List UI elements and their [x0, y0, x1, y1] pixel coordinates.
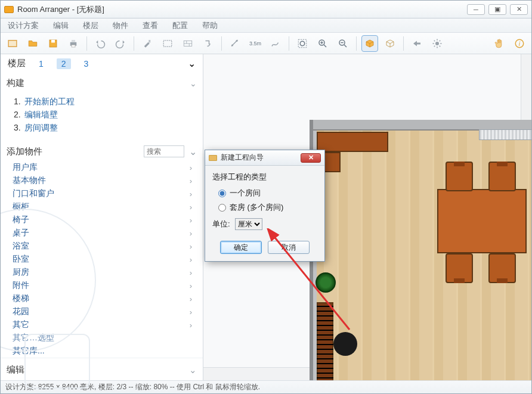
hand-icon[interactable] — [491, 35, 508, 52]
cat-basic[interactable]: 基本物件› — [1, 174, 200, 187]
edit-label: 编辑 — [7, 364, 24, 376]
step-1[interactable]: 1.开始新的工程 — [14, 95, 194, 108]
cat-bath[interactable]: 浴室› — [1, 240, 200, 253]
chevron-down-icon: ⌄ — [190, 79, 197, 88]
dialog-group-title: 选择工程的类型 — [212, 172, 317, 182]
save-icon[interactable] — [45, 35, 61, 52]
cat-doorwindow[interactable]: 门口和窗户› — [1, 187, 200, 200]
svg-rect-8 — [163, 40, 172, 46]
zoom-out-icon[interactable] — [335, 35, 351, 52]
cat-acc[interactable]: 附件› — [1, 279, 200, 292]
new-icon[interactable] — [4, 35, 21, 52]
maximize-button[interactable]: ▣ — [488, 4, 506, 15]
search-input[interactable] — [144, 145, 184, 157]
open-icon[interactable] — [24, 35, 41, 52]
undo-icon[interactable] — [92, 35, 109, 52]
dialog-icon — [209, 155, 217, 161]
floor-2[interactable]: 2 — [57, 58, 71, 69]
cat-garden[interactable]: 花园› — [1, 305, 200, 318]
paint-icon[interactable] — [139, 35, 156, 52]
svg-line-31 — [440, 40, 441, 41]
main-toolbar: 3.5m i — [1, 33, 531, 54]
cat-otherlib[interactable]: 其它库... — [1, 345, 200, 358]
cat-cabinet[interactable]: 橱柜› — [1, 200, 200, 213]
cat-table[interactable]: 桌子› — [1, 227, 200, 240]
menu-help[interactable]: 帮助 — [199, 19, 221, 32]
room-floorplan[interactable] — [310, 120, 531, 380]
step-3[interactable]: 3.房间调整 — [14, 122, 194, 135]
view3d-alt-icon[interactable] — [382, 35, 398, 52]
brick-icon[interactable] — [180, 35, 196, 52]
dialog-close-button[interactable]: ✕ — [301, 153, 321, 163]
statusbar: 设计方案: 8255 × 8400 毫米, 楼层: 2/3 -- 缩放: 80%… — [1, 380, 531, 393]
menu-view[interactable]: 查看 — [139, 19, 162, 32]
wall-icon[interactable] — [159, 35, 176, 52]
svg-point-13 — [231, 44, 233, 46]
export-icon[interactable] — [409, 35, 425, 52]
zoom-in-icon[interactable] — [314, 35, 331, 52]
edit-header[interactable]: 编辑 ⌄ — [1, 358, 203, 379]
info-icon[interactable]: i — [511, 35, 528, 52]
build-header[interactable]: 构建 ⌄ — [1, 73, 203, 93]
add-objects-header[interactable]: 添加物件 ⌄ — [1, 141, 203, 161]
svg-rect-15 — [298, 39, 307, 48]
menu-design[interactable]: 设计方案 — [4, 19, 42, 32]
print-icon[interactable] — [65, 35, 82, 52]
chevron-down-icon: ⌄ — [189, 146, 197, 157]
draw-icon[interactable] — [267, 35, 284, 52]
svg-line-22 — [344, 45, 347, 47]
zoom-fit-icon[interactable] — [294, 35, 311, 52]
cat-other2[interactable]: 其它…选型 — [1, 331, 200, 345]
svg-line-30 — [440, 45, 441, 46]
redo-icon[interactable] — [112, 35, 129, 52]
menu-config[interactable]: 配置 — [169, 19, 191, 32]
chevron-down-icon[interactable]: ⌄ — [188, 58, 196, 69]
close-button[interactable]: ✕ — [510, 4, 528, 15]
measure-icon[interactable] — [227, 35, 243, 52]
menubar: 设计方案 编辑 楼层 物件 查看 配置 帮助 — [1, 18, 531, 33]
ok-button[interactable]: 确定 — [220, 241, 262, 254]
svg-line-29 — [434, 40, 435, 41]
view3d-icon[interactable] — [361, 35, 378, 52]
svg-line-32 — [434, 45, 435, 46]
side-panel: 楼层 1 2 3 ⌄ 构建 ⌄ 1.开始新的工程 2.编辑墙壁 3.房间调整 添… — [1, 54, 203, 380]
status-text: 设计方案: 8255 × 8400 毫米, 楼层: 2/3 -- 缩放: 80%… — [5, 382, 260, 392]
rotate-icon[interactable] — [200, 35, 216, 52]
cat-chair[interactable]: 椅子› — [1, 213, 200, 227]
radio-suite[interactable]: 套房 (多个房间) — [212, 200, 317, 215]
minimize-button[interactable]: ─ — [467, 4, 485, 15]
cat-userlib[interactable]: 用户库› — [1, 161, 200, 174]
cat-bedroom[interactable]: 卧室› — [1, 253, 200, 266]
menu-object[interactable]: 物件 — [109, 19, 132, 32]
dialog-title: 新建工程向导 — [221, 153, 264, 163]
svg-point-16 — [300, 41, 305, 46]
menu-floor[interactable]: 楼层 — [79, 19, 102, 32]
dialog-titlebar[interactable]: 新建工程向导 ✕ — [205, 150, 324, 166]
radio-one-room[interactable]: 一个房间 — [212, 186, 317, 200]
svg-rect-5 — [72, 40, 75, 42]
svg-rect-7 — [149, 40, 150, 43]
cat-kitchen[interactable]: 厨房› — [1, 266, 200, 279]
menu-edit[interactable]: 编辑 — [50, 19, 72, 32]
cat-other[interactable]: 其它› — [1, 318, 200, 331]
unit-select[interactable]: 厘米 — [235, 218, 262, 230]
category-list: 用户库› 基本物件› 门口和窗户› 橱柜› 椅子› 桌子› 浴室› 卧室› 厨房… — [1, 161, 203, 358]
new-project-wizard-dialog: 新建工程向导 ✕ 选择工程的类型 一个房间 套房 (多个房间) 单位: 厘米 确… — [205, 150, 325, 262]
floor-3[interactable]: 3 — [79, 58, 94, 69]
chevron-down-icon: ⌄ — [189, 365, 197, 376]
add-label: 添加物件 — [7, 146, 42, 157]
dimension-icon[interactable]: 3.5m — [247, 35, 264, 52]
app-icon — [4, 6, 14, 13]
svg-point-14 — [236, 40, 238, 42]
svg-line-18 — [324, 45, 326, 47]
cat-stair[interactable]: 楼梯› — [1, 292, 200, 305]
build-label: 构建 — [7, 77, 24, 89]
light-icon[interactable] — [429, 35, 446, 52]
svg-rect-1 — [8, 40, 17, 46]
svg-point-24 — [435, 42, 439, 45]
cancel-button[interactable]: 取消 — [268, 241, 310, 254]
step-2[interactable]: 2.编辑墙壁 — [14, 108, 194, 122]
svg-rect-3 — [51, 40, 55, 43]
floor-1[interactable]: 1 — [34, 58, 48, 69]
window-title: Room Arranger - [无标题] — [17, 4, 104, 15]
